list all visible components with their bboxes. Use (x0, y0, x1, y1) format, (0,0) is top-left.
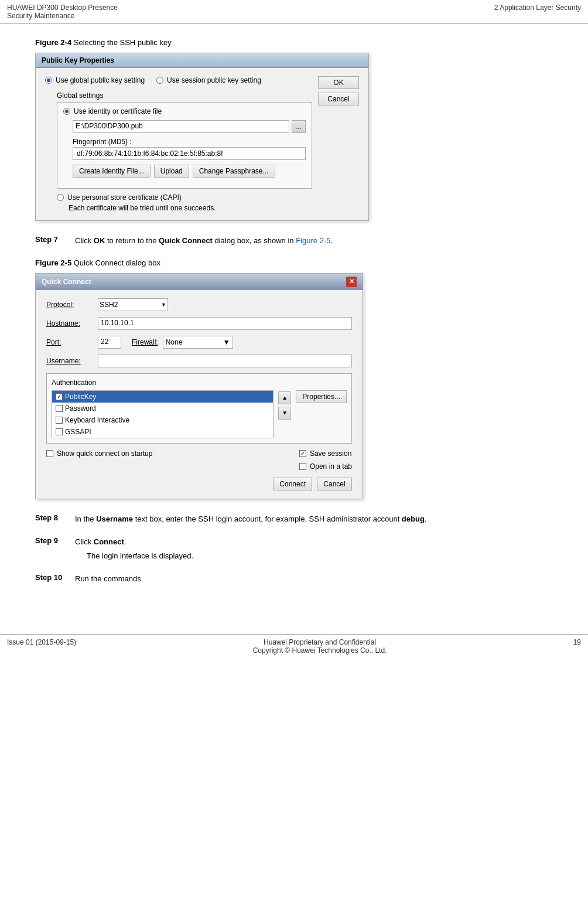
save-session-checkbox[interactable] (299, 450, 306, 457)
quick-connect-dialog: Quick Connect ✕ Protocol: SSH2 ▼ Hostnam… (35, 273, 363, 499)
radio-global-label: Use global public key setting (56, 76, 145, 84)
auth-checkbox-password[interactable] (56, 405, 63, 412)
step9-pre: Click (75, 537, 94, 546)
radio-session-row: Use session public key setting (156, 76, 261, 84)
step7-link[interactable]: Figure 2-5 (296, 236, 330, 245)
auth-down-button[interactable]: ▼ (278, 407, 291, 420)
step9-connect: Connect (94, 537, 124, 546)
bottom-left: Show quick connect on startup (46, 449, 152, 460)
firewall-select-arrow: ▼ (223, 338, 230, 346)
properties-button[interactable]: Properties... (296, 390, 347, 403)
connect-cancel-row: Connect Cancel (46, 478, 352, 490)
global-settings-label: Global settings (57, 91, 312, 100)
protocol-value: SSH2 (100, 301, 118, 309)
change-passphrase-button[interactable]: Change Passphrase... (193, 165, 275, 178)
auth-item-password[interactable]: Password (52, 403, 273, 414)
public-key-body: Use global public key setting Use sessio… (36, 68, 368, 220)
figure1-caption: Figure 2-4 Selecting the SSH public key (35, 38, 553, 47)
file-path-input[interactable]: E:\DP300\DP300.pub (73, 120, 289, 133)
qc-close-button[interactable]: ✕ (346, 277, 357, 287)
firewall-select[interactable]: None ▼ (163, 336, 233, 349)
radio-session-public-key[interactable] (156, 77, 163, 84)
hostname-row: Hostname: 10.10.10.1 (46, 317, 352, 330)
step7-pre: Click (75, 236, 94, 245)
footer-right: 19 (563, 638, 581, 655)
protocol-select[interactable]: SSH2 ▼ (98, 298, 168, 311)
auth-label-gssapi: GSSAPI (65, 428, 91, 436)
figure2-caption: Figure 2-5 Quick Connect dialog box (35, 258, 553, 267)
auth-title: Authentication (52, 379, 347, 387)
auth-up-button[interactable]: ▲ (278, 391, 291, 404)
step8-text: In the Username text box, enter the SSH … (75, 513, 553, 525)
header-right: 2 Application Layer Security (494, 4, 581, 20)
create-identity-button[interactable]: Create Identity File... (73, 165, 151, 178)
browse-button[interactable]: ... (292, 120, 306, 133)
protocol-select-arrow: ▼ (161, 302, 166, 308)
page-footer: Issue 01 (2015-09-15) Huawei Proprietary… (0, 634, 588, 658)
radio-use-identity[interactable] (63, 108, 70, 115)
personal-store-section: Use personal store certificate (CAPI) Ea… (57, 193, 312, 212)
auth-item-publickey[interactable]: PublicKey (52, 391, 273, 403)
ok-button[interactable]: OK (318, 76, 359, 89)
show-quick-connect-checkbox[interactable] (46, 450, 53, 457)
connect-button[interactable]: Connect (273, 478, 312, 490)
fingerprint-label: Fingerprint (MD5) : (73, 138, 306, 146)
bottom-section: Show quick connect on startup Save sessi… (46, 449, 352, 473)
username-input[interactable] (98, 355, 352, 367)
firewall-label: Firewall: (132, 338, 158, 346)
username-row: Username: (46, 355, 352, 367)
step7-label: Step 7 (35, 235, 70, 244)
hostname-input[interactable]: 10.10.10.1 (98, 317, 352, 330)
auth-checkbox-gssapi[interactable] (56, 428, 63, 435)
open-in-tab-checkbox[interactable] (299, 463, 306, 470)
step9-line1: Click Connect. (75, 536, 553, 548)
auth-arrows: ▲ ▼ (278, 390, 291, 438)
firewall-value: None (166, 338, 183, 346)
auth-checkbox-publickey[interactable] (56, 393, 63, 400)
figure2-caption-text: Quick Connect dialog box (71, 258, 160, 267)
header-section: Security Maintenance (7, 12, 118, 20)
step10-text: Run the commands. (75, 573, 553, 585)
footer-left: Issue 01 (2015-09-15) (7, 638, 76, 655)
use-identity-label: Use identity or certificate file (74, 107, 162, 115)
step7-mid: to return to the (105, 236, 159, 245)
auth-section: Authentication PublicKey Password (46, 373, 352, 444)
auth-list: PublicKey Password Keyboard Interactive (52, 390, 274, 438)
auth-item-gssapi[interactable]: GSSAPI (52, 426, 273, 438)
qc-cancel-button[interactable]: Cancel (317, 478, 352, 490)
step8-post: text box, enter the SSH login account, f… (133, 514, 402, 523)
save-session-label: Save session (310, 449, 351, 458)
qc-titlebar: Quick Connect ✕ (36, 274, 363, 290)
file-path-row: E:\DP300\DP300.pub ... (73, 120, 306, 133)
step7-ok: OK (94, 236, 105, 245)
protocol-label: Protocol: (46, 301, 93, 309)
step7-qc: Quick Connect (159, 236, 213, 245)
fingerprint-value: df:79:06:8b:74:10:1b:f6:84:bc:02:1e:5f:8… (73, 147, 306, 160)
step10-block: Step 10 Run the commands. (35, 573, 553, 585)
upload-button[interactable]: Upload (154, 165, 189, 178)
auth-checkbox-keyboard[interactable] (56, 417, 63, 424)
radio-personal-store[interactable] (57, 194, 64, 201)
global-settings-box: Use identity or certificate file E:\DP30… (57, 102, 312, 189)
open-in-tab-label: Open in a tab (310, 462, 352, 471)
radio-personal-store-row: Use personal store certificate (CAPI) (57, 193, 312, 202)
auth-right: Properties... (296, 390, 347, 438)
radio-global-public-key[interactable] (45, 77, 52, 84)
use-identity-row: Use identity or certificate file (63, 107, 306, 115)
step8-label: Step 8 (35, 513, 70, 522)
pkp-left: Use global public key setting Use sessio… (45, 76, 312, 212)
step9-post: . (124, 537, 127, 546)
page-content: Figure 2-4 Selecting the SSH public key … (0, 24, 588, 611)
public-key-titlebar: Public Key Properties (36, 53, 368, 68)
open-in-tab-row: Open in a tab (299, 462, 352, 471)
port-input[interactable]: 22 (98, 336, 121, 349)
footer-center-line1: Huawei Proprietary and Confidential (76, 638, 563, 646)
figure2-caption-bold: Figure 2-5 (35, 258, 71, 267)
step8-pre: In the (75, 514, 96, 523)
step10-label: Step 10 (35, 573, 70, 582)
step8-debug: debug (402, 514, 425, 523)
auth-item-keyboard[interactable]: Keyboard Interactive (52, 414, 273, 426)
cancel-button[interactable]: Cancel (318, 93, 359, 105)
auth-inner: PublicKey Password Keyboard Interactive (52, 390, 347, 438)
bottom-right: Save session Open in a tab (299, 449, 352, 473)
